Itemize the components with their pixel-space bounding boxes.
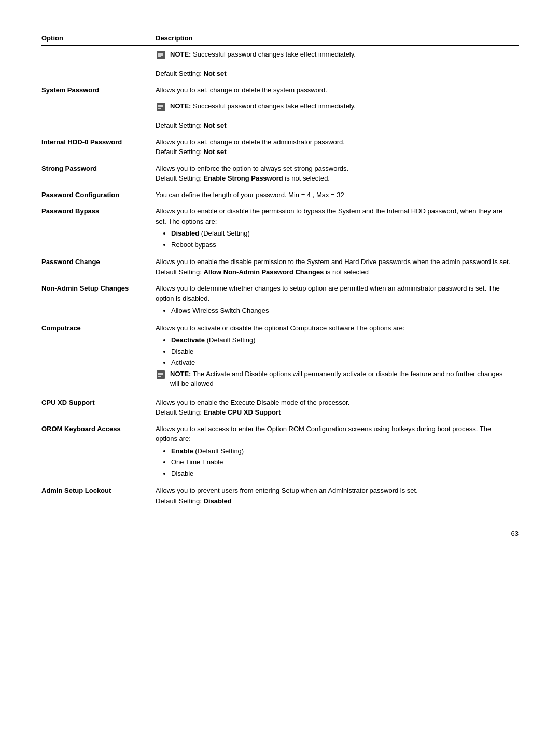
col-description-header: Description [156, 31, 519, 46]
description-text: You can define the length of your passwo… [156, 191, 344, 199]
list-item: Reboot bypass [171, 240, 513, 250]
table-row: NOTE: Successful password changes take e… [41, 46, 519, 65]
table-row: Admin Setup LockoutAllows you to prevent… [41, 483, 519, 509]
description-text: Allows you to set access to enter the Op… [156, 425, 491, 443]
description-cell: You can define the length of your passwo… [156, 187, 519, 203]
description-line2: Default Setting: Allow Non-Admin Passwor… [156, 268, 369, 276]
table-row: System PasswordAllows you to set, change… [41, 82, 519, 99]
list-item: Disabled (Default Setting) [171, 228, 513, 239]
list-item: Activate [171, 357, 513, 368]
description-text: Allows you to enable or disable the perm… [156, 207, 502, 225]
option-cell: Strong Password [41, 160, 156, 187]
option-cell: Internal HDD-0 Password [41, 134, 156, 160]
description-cell: Allows you to set, change or delete the … [156, 134, 519, 160]
default-setting-text: Default Setting: Not set [156, 121, 227, 129]
table-row: Password BypassAllows you to enable or d… [41, 203, 519, 254]
option-cell [41, 46, 156, 65]
table-row: NOTE: Successful password changes take e… [41, 98, 519, 117]
table-row: Password ConfigurationYou can define the… [41, 187, 519, 203]
list-item: Disable [171, 469, 513, 479]
description-cell: Allows you to prevent users from enterin… [156, 483, 519, 509]
option-cell [41, 117, 156, 134]
table-row: Default Setting: Not set [41, 65, 519, 82]
option-cell: Password Configuration [41, 187, 156, 203]
note-text: NOTE: Successful password changes take e… [170, 101, 356, 112]
description-text: Allows you to determine whether changes … [156, 284, 500, 302]
table-row: Strong PasswordAllows you to enforce the… [41, 160, 519, 187]
option-cell [41, 98, 156, 117]
options-list: Deactivate (Default Setting)DisableActiv… [156, 335, 513, 368]
table-row: CPU XD SupportAllows you to enable the E… [41, 394, 519, 421]
description-line1: Allows you to enable the Execute Disable… [156, 398, 349, 406]
description-line1: Allows you to prevent users from enterin… [156, 487, 418, 494]
description-cell: Default Setting: Not set [156, 117, 519, 134]
description-cell: Allows you to enforce the option to alwa… [156, 160, 519, 187]
note-icon [156, 102, 166, 112]
description-cell: Default Setting: Not set [156, 65, 519, 82]
page-number: 63 [41, 530, 519, 538]
note-text: NOTE: Successful password changes take e… [170, 49, 356, 60]
note-icon [156, 369, 166, 380]
list-item: Disable [171, 347, 513, 357]
list-item: Enable (Default Setting) [171, 446, 513, 457]
table-header-row: Option Description [41, 31, 519, 46]
note-box: NOTE: The Activate and Disable options w… [156, 369, 513, 389]
description-cell: NOTE: Successful password changes take e… [156, 98, 519, 117]
option-cell: System Password [41, 82, 156, 99]
description-text: Allows you to activate or disable the op… [156, 324, 404, 332]
note-text: NOTE: The Activate and Disable options w… [170, 369, 513, 389]
list-item: Allows Wireless Switch Changes [171, 306, 513, 316]
note-box: NOTE: Successful password changes take e… [156, 101, 513, 112]
option-cell: CPU XD Support [41, 394, 156, 421]
option-cell: Password Bypass [41, 203, 156, 254]
description-cell: Allows you to determine whether changes … [156, 280, 519, 320]
col-option-header: Option [41, 31, 156, 46]
description-text: Allows you to set, change or delete the … [156, 86, 327, 94]
table-row: OROM Keyboard AccessAllows you to set ac… [41, 421, 519, 483]
description-cell: NOTE: Successful password changes take e… [156, 46, 519, 65]
description-line1: Allows you to enforce the option to alwa… [156, 164, 348, 172]
description-cell: Allows you to set access to enter the Op… [156, 421, 519, 483]
description-line2: Default Setting: Not set [156, 148, 227, 156]
table-row: Password ChangeAllows you to enable the … [41, 254, 519, 280]
option-cell: Computrace [41, 320, 156, 394]
list-item: Deactivate (Default Setting) [171, 335, 513, 346]
description-cell: Allows you to activate or disable the op… [156, 320, 519, 394]
options-list: Enable (Default Setting)One Time EnableD… [156, 446, 513, 479]
description-line1: Allows you to set, change or delete the … [156, 138, 345, 146]
description-cell: Allows you to enable the Execute Disable… [156, 394, 519, 421]
table-row: Non-Admin Setup ChangesAllows you to det… [41, 280, 519, 320]
description-line2: Default Setting: Enable Strong Password … [156, 174, 330, 182]
option-cell [41, 65, 156, 82]
option-cell: Admin Setup Lockout [41, 483, 156, 509]
description-line2: Default Setting: Disabled [156, 497, 232, 505]
default-setting-text: Default Setting: Not set [156, 70, 227, 77]
options-list: Disabled (Default Setting)Reboot bypass [156, 228, 513, 250]
option-cell: Non-Admin Setup Changes [41, 280, 156, 320]
table-row: ComputraceAllows you to activate or disa… [41, 320, 519, 394]
description-line1: Allows you to enable the disable permiss… [156, 258, 510, 266]
table-row: Internal HDD-0 PasswordAllows you to set… [41, 134, 519, 160]
option-cell: Password Change [41, 254, 156, 280]
description-cell: Allows you to enable the disable permiss… [156, 254, 519, 280]
description-line2: Default Setting: Enable CPU XD Support [156, 408, 281, 416]
note-box: NOTE: Successful password changes take e… [156, 49, 513, 60]
note-icon [156, 50, 166, 60]
option-cell: OROM Keyboard Access [41, 421, 156, 483]
description-cell: Allows you to enable or disable the perm… [156, 203, 519, 254]
description-cell: Allows you to set, change or delete the … [156, 82, 519, 99]
table-row: Default Setting: Not set [41, 117, 519, 134]
options-list: Allows Wireless Switch Changes [156, 306, 513, 316]
list-item: One Time Enable [171, 457, 513, 467]
